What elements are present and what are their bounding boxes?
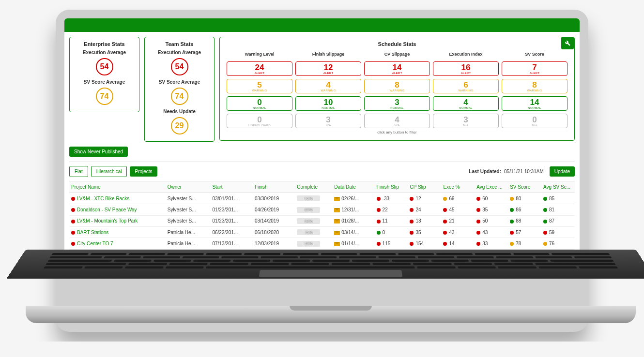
enterprise-exec-label: Execution Average: [75, 50, 134, 55]
table-header[interactable]: Avg SV Sc...: [541, 181, 575, 193]
schedule-filter-cell[interactable]: 4WARNING: [295, 79, 361, 93]
table-header[interactable]: Exec %: [441, 181, 475, 193]
laptop-base: [26, 306, 636, 323]
schedule-col-header: CP Slippage: [364, 52, 430, 59]
app-topbar: [64, 18, 580, 32]
table-row[interactable]: Donaldson - SV Peace WaySylvester S...01…: [69, 204, 575, 215]
team-exec-value: 54: [171, 58, 188, 75]
schedule-title: Schedule Stats: [225, 41, 569, 47]
schedule-filter-cell[interactable]: 4N/A: [364, 114, 430, 128]
laptop-frame: Enterprise Stats Execution Average 54 SV…: [56, 10, 588, 332]
table-header[interactable]: CP Slip: [408, 181, 441, 193]
divider: [69, 162, 575, 162]
table-header[interactable]: Avg Exec ...: [475, 181, 508, 193]
last-updated-label: Last Updated:: [469, 169, 501, 174]
project-name-link[interactable]: City Center TO 7: [77, 241, 113, 246]
schedule-filter-cell[interactable]: 10NORMAL: [295, 96, 361, 111]
schedule-filter-cell[interactable]: 0N/A: [502, 114, 567, 128]
table-header[interactable]: Finish Slip: [375, 181, 408, 193]
flat-button[interactable]: Flat: [69, 166, 88, 177]
table-header[interactable]: Project Name: [69, 181, 166, 193]
team-exec-label: Execution Average: [150, 50, 209, 55]
schedule-col-header: Warning Level: [227, 52, 292, 59]
mail-icon: [334, 242, 340, 246]
schedule-filter-cell[interactable]: 24ALERT: [227, 61, 292, 76]
schedule-filter-cell[interactable]: 14NORMAL: [502, 96, 567, 111]
table-header[interactable]: Start: [210, 181, 252, 193]
team-needs-label: Needs Update: [150, 109, 209, 114]
table-row[interactable]: City Center TO 7Patricia He...07/13/201.…: [69, 238, 575, 249]
schedule-filter-cell[interactable]: 3N/A: [433, 114, 499, 128]
screen: Enterprise Stats Execution Average 54 SV…: [64, 18, 580, 254]
schedule-filter-cell[interactable]: 0NORMAL: [227, 96, 292, 111]
schedule-filter-cell[interactable]: 3NORMAL: [364, 96, 430, 111]
laptop-keyboard: [7, 250, 644, 279]
schedule-filter-cell[interactable]: 5WARNING: [227, 79, 292, 93]
hierarchical-button[interactable]: Hierarchical: [91, 166, 127, 177]
enterprise-sv-value: 74: [96, 88, 113, 105]
table-header[interactable]: Complete: [295, 181, 332, 193]
schedule-filter-cell[interactable]: 6WARNING: [433, 79, 499, 93]
enterprise-stats-panel: Enterprise Stats Execution Average 54 SV…: [69, 37, 139, 112]
schedule-filter-cell[interactable]: 14ALERT: [364, 61, 430, 76]
schedule-col-header: Finish Slippage: [295, 52, 361, 59]
schedule-filter-cell[interactable]: 8WARNING: [502, 79, 567, 93]
progress-bar: 36%: [297, 241, 320, 247]
team-needs-value: 29: [171, 117, 188, 134]
schedule-filter-cell[interactable]: 0UNPUBLISHED: [227, 114, 292, 128]
project-name-link[interactable]: BART Stations: [77, 230, 108, 235]
mail-icon: [334, 219, 340, 223]
schedule-filter-cell[interactable]: 8WARNING: [364, 79, 430, 93]
enterprise-title: Enterprise Stats: [75, 41, 134, 47]
table-header[interactable]: SV Score: [508, 181, 541, 193]
show-never-published-button[interactable]: Show Never Published: [69, 147, 128, 157]
schedule-stats-panel: Schedule Stats Warning LevelFinish Slipp…: [219, 37, 575, 141]
table-row[interactable]: LV&M - XTC Bike RacksSylvester S...03/01…: [69, 193, 575, 204]
wrench-icon: [564, 40, 571, 46]
team-sv-value: 74: [171, 88, 188, 105]
progress-bar: 94%: [297, 218, 320, 224]
last-updated-value: 05/11/21 10:31AM: [504, 169, 544, 174]
projects-table: Project NameOwnerStartFinishCompleteData…: [69, 181, 575, 250]
settings-button[interactable]: [561, 37, 574, 49]
project-name-link[interactable]: Donaldson - SV Peace Way: [77, 207, 137, 212]
schedule-col-header: Execution Index: [433, 52, 499, 59]
schedule-filter-cell[interactable]: 3N/A: [295, 114, 361, 128]
team-title: Team Stats: [150, 41, 209, 47]
project-name-link[interactable]: LV&M - Mountain's Top Park: [77, 218, 138, 223]
schedule-filter-cell[interactable]: 16ALERT: [433, 61, 499, 76]
schedule-col-header: SV Score: [502, 52, 567, 59]
table-row[interactable]: BART StationsPatricia He...06/22/201...0…: [69, 227, 575, 238]
mail-icon: [334, 208, 340, 212]
progress-bar: 92%: [297, 195, 320, 201]
enterprise-exec-value: 54: [96, 58, 113, 75]
schedule-hint: click any button to filter: [225, 130, 569, 134]
update-button[interactable]: Update: [550, 166, 575, 177]
schedule-filter-cell[interactable]: 12ALERT: [295, 61, 361, 76]
table-header[interactable]: Owner: [166, 181, 211, 193]
stats-row: Enterprise Stats Execution Average 54 SV…: [69, 37, 575, 142]
table-header[interactable]: Finish: [253, 181, 295, 193]
project-name-link[interactable]: LV&M - XTC Bike Racks: [77, 196, 129, 201]
projects-button[interactable]: Projects: [130, 166, 157, 177]
enterprise-sv-label: SV Score Average: [75, 79, 134, 85]
mail-icon: [334, 231, 340, 235]
table-row[interactable]: LV&M - Mountain's Top ParkSylvester S...…: [69, 215, 575, 226]
table-header[interactable]: Data Date: [332, 181, 374, 193]
schedule-filter-cell[interactable]: 7ALERT: [502, 61, 567, 76]
mail-icon: [334, 197, 340, 201]
progress-bar: 86%: [297, 207, 320, 213]
progress-bar: 75%: [297, 229, 320, 235]
team-stats-panel: Team Stats Execution Average 54 SV Score…: [144, 37, 215, 142]
team-sv-label: SV Score Average: [150, 79, 209, 85]
schedule-filter-cell[interactable]: 4NORMAL: [433, 96, 499, 111]
